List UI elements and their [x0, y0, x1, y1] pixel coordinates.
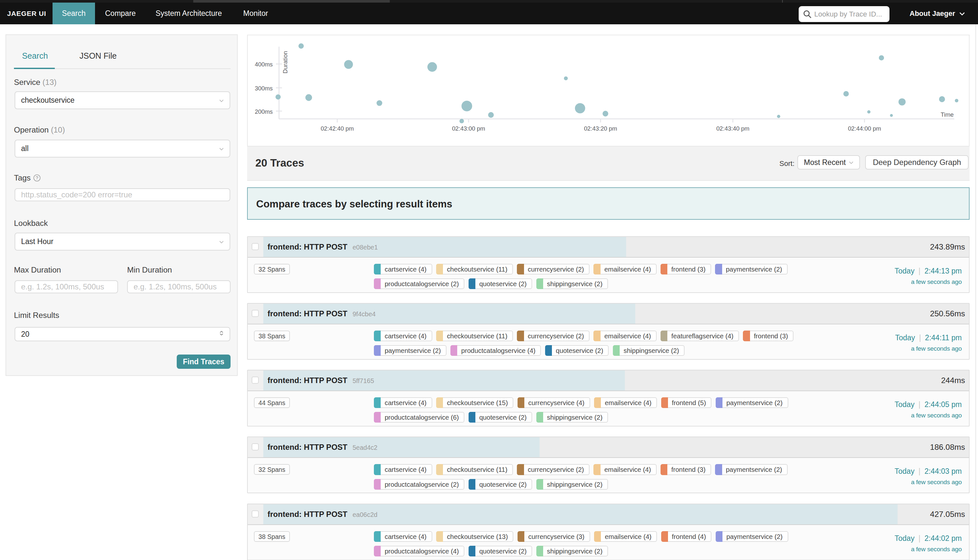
svg-text:02:43:40 pm: 02:43:40 pm — [716, 125, 749, 132]
svg-text:02:44:00 pm: 02:44:00 pm — [848, 125, 881, 132]
svg-text:200ms: 200ms — [255, 108, 273, 115]
svg-text:400ms: 400ms — [255, 61, 273, 68]
svg-text:02:42:40 pm: 02:42:40 pm — [321, 125, 354, 132]
svg-text:?: ? — [36, 175, 38, 180]
svg-text:Time: Time — [941, 111, 954, 118]
svg-text:Duration: Duration — [282, 51, 289, 73]
svg-text:02:43:00 pm: 02:43:00 pm — [452, 125, 485, 132]
svg-text:02:43:20 pm: 02:43:20 pm — [584, 125, 617, 132]
svg-text:300ms: 300ms — [255, 85, 273, 92]
